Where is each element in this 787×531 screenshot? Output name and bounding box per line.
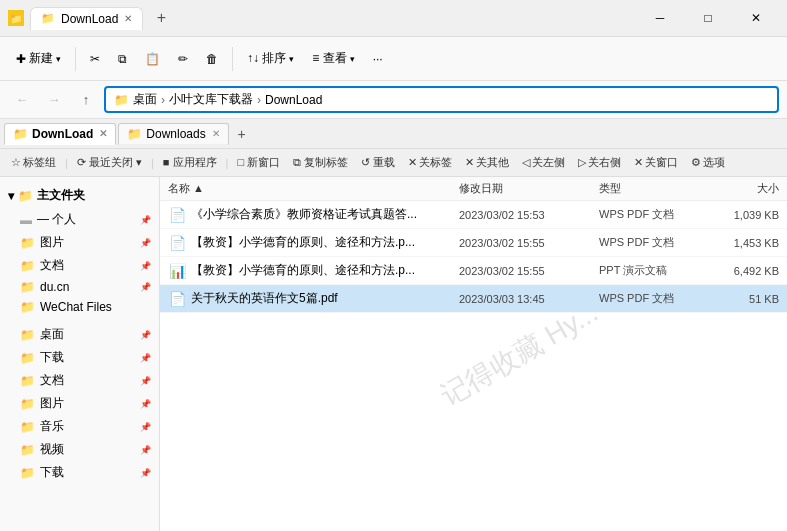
sidebar-item-dl2[interactable]: 📁 下载 📌 xyxy=(0,461,159,484)
cut-icon: ✂ xyxy=(90,52,100,66)
minimize-button[interactable]: ─ xyxy=(637,3,683,33)
more-button[interactable]: ··· xyxy=(365,48,391,70)
close-button[interactable]: ✕ xyxy=(733,3,779,33)
address-path[interactable]: 📁 桌面 › 小叶文库下载器 › DownLoad xyxy=(104,86,779,113)
sort-button[interactable]: ↑↓ 排序 ▾ xyxy=(239,46,302,71)
paste-icon: 📋 xyxy=(145,52,160,66)
quick-new-window[interactable]: □ 新窗口 xyxy=(232,153,285,172)
file-size-4: 51 KB xyxy=(699,293,779,305)
path-desktop[interactable]: 桌面 xyxy=(133,91,157,108)
sidebar-item-video[interactable]: 📁 视频 📌 xyxy=(0,438,159,461)
col-header-date[interactable]: 修改日期 xyxy=(459,181,599,196)
file-row-1[interactable]: 📄 《小学综合素质》教师资格证考试真题答... 2023/03/02 15:53… xyxy=(160,201,787,229)
quick-copy-tab[interactable]: ⧉ 复制标签 xyxy=(288,153,353,172)
tab-download-close[interactable]: ✕ xyxy=(99,128,107,139)
quick-options[interactable]: ⚙ 选项 xyxy=(686,153,730,172)
file-name-4: 关于秋天的英语作文5篇.pdf xyxy=(191,290,459,307)
quick-tag-group[interactable]: ☆ 标签组 xyxy=(6,153,61,172)
title-tab-download[interactable]: 📁 DownLoad ✕ xyxy=(30,7,143,30)
sidebar-dl2-label: 下载 xyxy=(40,464,64,481)
col-header-type[interactable]: 类型 xyxy=(599,181,699,196)
sidebar-item-pics2[interactable]: 📁 图片 📌 xyxy=(0,392,159,415)
toolbar-sep-2 xyxy=(232,47,233,71)
title-tab-close[interactable]: ✕ xyxy=(124,13,132,24)
tab-download-label: DownLoad xyxy=(32,127,93,141)
col-header-size[interactable]: 大小 xyxy=(699,181,779,196)
sidebar-item-docs[interactable]: 📁 文档 📌 xyxy=(0,254,159,277)
sidebar-docs2-label: 文档 xyxy=(40,372,64,389)
forward-button[interactable]: → xyxy=(40,86,68,114)
cut-button[interactable]: ✂ xyxy=(82,48,108,70)
sidebar-downloads-icon: 📁 xyxy=(20,351,35,365)
quick-close-other[interactable]: ✕ 关其他 xyxy=(460,153,514,172)
file-size-2: 1,453 KB xyxy=(699,237,779,249)
file-list-header: 名称 ▲ 修改日期 类型 大小 xyxy=(160,177,787,201)
col-header-name[interactable]: 名称 ▲ xyxy=(168,181,459,196)
sidebar-music-icon: 📁 xyxy=(20,420,35,434)
sidebar-docs-label: 文档 xyxy=(40,257,64,274)
view-button[interactable]: ≡ 查看 ▾ xyxy=(304,46,362,71)
quick-close-window[interactable]: ✕ 关窗口 xyxy=(629,153,683,172)
pin-icon-personal: 📌 xyxy=(140,215,151,225)
file-type-3: PPT 演示文稿 xyxy=(599,263,699,278)
rename-icon: ✏ xyxy=(178,52,188,66)
sidebar-item-desktop[interactable]: 📁 桌面 📌 xyxy=(0,323,159,346)
pin-icon-dl2: 📌 xyxy=(140,468,151,478)
sidebar-folder-icon: 📁 xyxy=(18,189,33,203)
tab-downloads[interactable]: 📁 Downloads ✕ xyxy=(118,123,228,145)
sidebar-item-personal[interactable]: ▬ — 个人 📌 xyxy=(0,208,159,231)
paste-button[interactable]: 📋 xyxy=(137,48,168,70)
file-type-4: WPS PDF 文档 xyxy=(599,291,699,306)
sort-indicator: ▲ xyxy=(193,182,204,194)
sidebar-item-wechat[interactable]: 📁 WeChat Files xyxy=(0,297,159,317)
file-date-2: 2023/03/02 15:55 xyxy=(459,237,599,249)
new-tab-button[interactable]: + xyxy=(147,4,175,32)
file-type-2: WPS PDF 文档 xyxy=(599,235,699,250)
quick-reload[interactable]: ↺ 重载 xyxy=(356,153,400,172)
sidebar-wechat-icon: 📁 xyxy=(20,300,35,314)
toolbar: ✚ 新建 ▾ ✂ ⧉ 📋 ✏ 🗑 ↑↓ 排序 ▾ ≡ 查看 ▾ ··· xyxy=(0,37,787,81)
quick-recent-close[interactable]: ⟳ 最近关闭 ▾ xyxy=(72,153,147,172)
maximize-button[interactable]: □ xyxy=(685,3,731,33)
new-button[interactable]: ✚ 新建 ▾ xyxy=(8,46,69,71)
sidebar-chevron: ▾ xyxy=(8,189,14,203)
pin-icon-desktop: 📌 xyxy=(140,330,151,340)
x-icon-1: ✕ xyxy=(408,156,417,169)
path-download[interactable]: DownLoad xyxy=(265,93,322,107)
up-button[interactable]: ↑ xyxy=(72,86,100,114)
tab-download[interactable]: 📁 DownLoad ✕ xyxy=(4,123,116,145)
delete-button[interactable]: 🗑 xyxy=(198,48,226,70)
sidebar-item-downloads[interactable]: 📁 下载 📌 xyxy=(0,346,159,369)
sidebar-main-folder[interactable]: ▾ 📁 主文件夹 xyxy=(0,183,159,208)
sidebar-item-ducn[interactable]: 📁 du.cn 📌 xyxy=(0,277,159,297)
sidebar-item-docs2[interactable]: 📁 文档 📌 xyxy=(0,369,159,392)
path-sep-2: › xyxy=(257,93,261,107)
file-row-2[interactable]: 📄 【教资】小学德育的原则、途径和方法.p... 2023/03/02 15:5… xyxy=(160,229,787,257)
view-chevron: ▾ xyxy=(350,54,355,64)
copy-button[interactable]: ⧉ xyxy=(110,48,135,70)
file-icon-pdf-1: 📄 xyxy=(168,207,186,223)
window-controls: ─ □ ✕ xyxy=(637,3,779,33)
rename-button[interactable]: ✏ xyxy=(170,48,196,70)
main-area: ▾ 📁 主文件夹 ▬ — 个人 📌 📁 图片 📌 📁 文档 📌 📁 du.cn … xyxy=(0,177,787,531)
pin-icon-video: 📌 xyxy=(140,445,151,455)
sidebar-desktop-label: 桌面 xyxy=(40,326,64,343)
quick-close-right[interactable]: ▷ 关右侧 xyxy=(573,153,626,172)
quick-close-left[interactable]: ◁ 关左侧 xyxy=(517,153,570,172)
back-button[interactable]: ← xyxy=(8,86,36,114)
add-tab-button[interactable]: + xyxy=(231,123,253,145)
tab-downloads-close[interactable]: ✕ xyxy=(212,128,220,139)
file-row-3[interactable]: 📊 【教资】小学德育的原则、途径和方法.p... 2023/03/02 15:5… xyxy=(160,257,787,285)
file-size-3: 6,492 KB xyxy=(699,265,779,277)
sidebar-item-music[interactable]: 📁 音乐 📌 xyxy=(0,415,159,438)
star-icon: ☆ xyxy=(11,156,21,169)
quick-app[interactable]: ■ 应用程序 xyxy=(158,153,222,172)
sidebar-item-pictures[interactable]: 📁 图片 📌 xyxy=(0,231,159,254)
file-icon-pdf-4: 📄 xyxy=(168,291,186,307)
quick-close-tab[interactable]: ✕ 关标签 xyxy=(403,153,457,172)
path-xiaoye[interactable]: 小叶文库下载器 xyxy=(169,91,253,108)
x-icon-3: ✕ xyxy=(634,156,643,169)
close-left-icon: ◁ xyxy=(522,156,530,169)
file-area: 名称 ▲ 修改日期 类型 大小 📄 《小学综合素质》教师资格证考试真题答... … xyxy=(160,177,787,531)
file-row-4[interactable]: 📄 关于秋天的英语作文5篇.pdf 2023/03/03 13:45 WPS P… xyxy=(160,285,787,313)
